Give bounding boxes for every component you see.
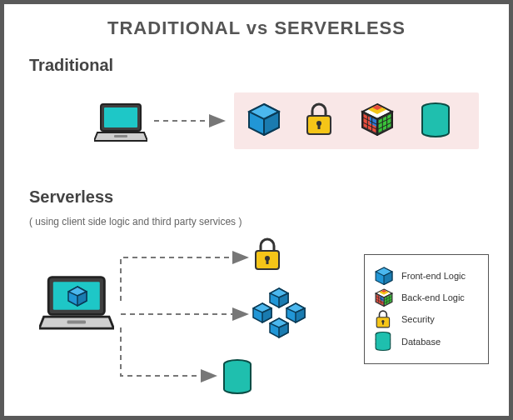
legend-label: Back-end Logic	[401, 292, 478, 302]
label-traditional: Traditional	[29, 56, 113, 75]
cube-icon	[67, 286, 87, 307]
database-icon	[222, 359, 252, 394]
legend-item-security: Security	[375, 310, 478, 328]
lock-icon	[252, 238, 282, 271]
rubik-icon	[361, 102, 394, 136]
arrow-icon	[152, 112, 229, 129]
database-icon	[421, 102, 451, 138]
legend-label: Security	[401, 314, 478, 324]
legend-label: Front-end Logic	[401, 271, 478, 281]
lock-icon	[304, 102, 334, 136]
cube-icon	[375, 267, 393, 285]
lock-icon	[375, 310, 393, 328]
page-title: TRADITIONAL vs SERVERLESS	[4, 4, 509, 46]
serverless-subnote: ( using client side logic and third part…	[29, 216, 242, 228]
label-serverless: Serverless	[29, 188, 113, 207]
database-icon	[375, 332, 393, 352]
laptop-with-cube	[39, 272, 114, 331]
legend-item-frontend: Front-end Logic	[375, 267, 478, 285]
laptop-icon	[94, 101, 147, 142]
legend-item-database: Database	[375, 332, 478, 352]
diagram-frame: TRADITIONAL vs SERVERLESS Traditional Se…	[0, 0, 513, 420]
legend-item-backend: Back-end Logic	[375, 288, 478, 307]
cube-cluster	[251, 288, 309, 342]
legend-label: Database	[401, 337, 478, 347]
rubik-icon	[375, 288, 393, 307]
legend-box: Front-end Logic Back-end Logic Security …	[364, 254, 489, 364]
cube-icon	[247, 102, 281, 136]
